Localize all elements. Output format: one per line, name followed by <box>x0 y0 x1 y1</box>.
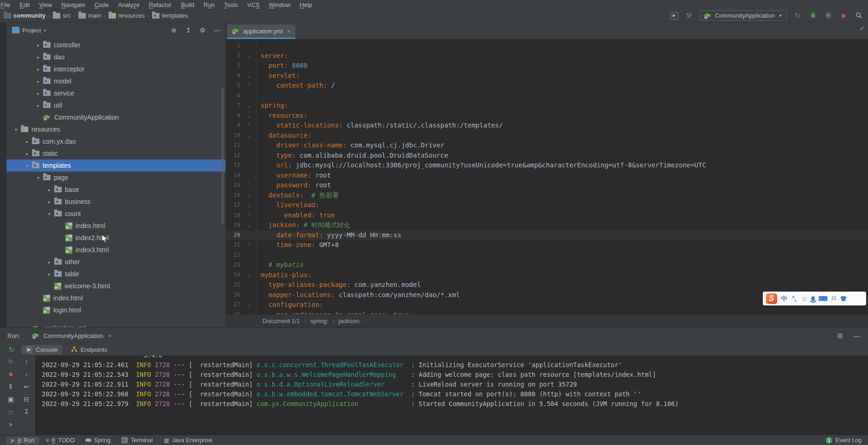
event-log-widget[interactable]: 1 Event Log <box>826 437 862 444</box>
tab-endpoints[interactable]: Endpoints <box>67 344 112 355</box>
fold-marker-icon[interactable]: ⌃ <box>242 81 256 91</box>
tree-item-index2-html[interactable]: index2.html <box>6 232 225 244</box>
tree-item-communityapplication[interactable]: CommunityApplication <box>6 111 225 123</box>
breadcrumb-item-templates[interactable]: templates <box>152 12 188 19</box>
collapse-all-icon[interactable]: ↥ <box>185 27 192 33</box>
status-item-spring[interactable]: Spring <box>81 437 115 444</box>
build-hammer-icon[interactable]: ⚒ <box>684 12 694 19</box>
rerun-icon[interactable]: ↻ <box>6 345 17 354</box>
chevron-collapsed-icon[interactable]: ▸ <box>33 103 43 108</box>
fold-marker-icon[interactable]: ⌃ <box>242 121 256 131</box>
menu-item-help[interactable]: Help <box>295 1 317 9</box>
fold-marker-icon[interactable]: ⌄ <box>242 111 256 121</box>
tree-item-controller[interactable]: ▸controller <box>6 39 225 51</box>
up-the-stack-trace-button-icon[interactable]: ↑ <box>22 358 31 365</box>
tree-item-dao[interactable]: ▸dao <box>6 51 225 63</box>
tree-item-other[interactable]: ▸other <box>6 256 225 268</box>
more-options-button-icon[interactable]: » <box>6 421 15 427</box>
project-view-select[interactable]: Project ▾ <box>12 27 46 34</box>
tree-item-index-html[interactable]: index.html <box>6 220 225 232</box>
run-content-tab[interactable]: CommunityApplication × <box>32 332 111 339</box>
doc-breadcrumb-item-document-1-1[interactable]: Document 1/1 <box>262 318 300 324</box>
chevron-collapsed-icon[interactable]: ▸ <box>33 67 43 72</box>
menu-item-window[interactable]: Window <box>264 1 295 9</box>
status-item-terminal[interactable]: >_Terminal <box>117 437 157 444</box>
chevron-collapsed-icon[interactable]: ▸ <box>22 151 32 156</box>
tab-console[interactable]: ▶Console <box>21 345 62 355</box>
skin-tshirt-icon[interactable] <box>840 296 847 301</box>
hide-panel-icon[interactable]: — <box>213 27 221 33</box>
screenshot-button-icon[interactable]: ▣ <box>6 396 15 402</box>
down-the-stack-trace-button-icon[interactable]: ↓ <box>22 371 31 377</box>
tree-scrollbar[interactable] <box>221 87 224 224</box>
fold-marker-icon[interactable]: ⌄ <box>242 101 256 111</box>
tab-application-yml[interactable]: application.yml × <box>227 25 295 39</box>
fold-marker-icon[interactable]: ⌄ <box>242 191 256 201</box>
tree-item-static[interactable]: ▸static <box>6 147 225 159</box>
chevron-collapsed-icon[interactable]: ▸ <box>33 91 43 96</box>
fold-marker-icon[interactable]: ⌄ <box>242 131 256 141</box>
chinese-mode-icon[interactable]: 中 <box>781 295 787 302</box>
chevron-expanded-icon[interactable]: ▾ <box>33 175 43 180</box>
doc-breadcrumb-item-jackson[interactable]: jackson: <box>338 318 361 324</box>
tree-item-page[interactable]: ▾page <box>6 172 225 184</box>
hide-panel-icon[interactable]: — <box>852 332 862 339</box>
tree-item-interceptor[interactable]: ▸interceptor <box>6 63 225 75</box>
rerun-button-icon[interactable]: ↻ <box>6 358 15 365</box>
tree-item-model[interactable]: ▸model <box>6 75 225 87</box>
menu-item-run[interactable]: Run <box>199 1 219 9</box>
close-icon[interactable]: × <box>108 332 112 339</box>
chevron-collapsed-icon[interactable]: ▸ <box>33 43 43 48</box>
menu-item-analyze[interactable]: Analyze <box>114 1 144 9</box>
tree-item-resources[interactable]: ▾resources <box>6 123 225 135</box>
fold-marker-icon[interactable]: ⌄ <box>242 51 256 61</box>
menu-item-build[interactable]: Build <box>176 1 199 9</box>
chevron-expanded-icon[interactable]: ▾ <box>11 127 21 132</box>
person-icon[interactable]: 21 <box>831 296 836 301</box>
microphone-icon[interactable] <box>811 296 815 301</box>
tree-item-application-yml[interactable]: application.yml <box>6 322 225 327</box>
chevron-expanded-icon[interactable]: ▾ <box>22 163 32 168</box>
tree-item-login-html[interactable]: login.html <box>6 304 225 316</box>
chevron-collapsed-icon[interactable]: ▸ <box>45 187 54 192</box>
chevron-collapsed-icon[interactable]: ▸ <box>33 79 43 84</box>
inspections-ok-icon[interactable]: ✔ <box>860 25 865 32</box>
chevron-expanded-icon[interactable]: ▾ <box>45 211 54 216</box>
menu-item-refactor[interactable]: Refactor <box>144 1 176 9</box>
status-item-4-run[interactable]: ▶4: Run <box>6 437 39 444</box>
tree-item-index3-html[interactable]: index3.html <box>6 244 225 256</box>
keyboard-icon[interactable]: ⌨ <box>818 295 828 302</box>
tree-item-welcome-3-html[interactable]: welcome-3.html <box>6 280 225 292</box>
tree-item-templates[interactable]: ▾templates <box>6 159 225 172</box>
pause-output-button-icon[interactable]: ‖ <box>6 383 15 390</box>
soft-wrap-button-icon[interactable]: ↩ <box>22 383 31 390</box>
gear-icon[interactable]: ⚙ <box>199 27 206 33</box>
run-tool-window-icon[interactable]: ▶ <box>670 12 678 19</box>
chevron-collapsed-icon[interactable]: ▸ <box>45 260 54 265</box>
tree-item-service[interactable]: ▸service <box>6 87 225 99</box>
menu-item-tools[interactable]: Tools <box>219 1 243 9</box>
locate-file-icon[interactable]: ⊕ <box>170 27 178 33</box>
chevron-collapsed-icon[interactable]: ▸ <box>33 55 43 60</box>
breadcrumb-item-main[interactable]: main <box>78 12 101 19</box>
tree-item-count[interactable]: ▾count <box>6 208 225 220</box>
status-item-java-enterprise[interactable]: ▦Java Enterprise <box>160 437 217 444</box>
gear-icon[interactable]: ⚙ <box>836 332 845 339</box>
fold-marker-icon[interactable]: ⌄ <box>242 270 256 280</box>
stop-button-icon[interactable]: ■ <box>6 371 15 377</box>
status-item-6-todo[interactable]: ≡6: TODO <box>41 437 80 444</box>
tree-item-util[interactable]: ▸util <box>6 99 225 111</box>
tree-item-index-html[interactable]: index.html <box>6 292 225 304</box>
menu-item-code[interactable]: Code <box>90 1 114 9</box>
sogou-logo-icon[interactable]: S <box>766 293 777 304</box>
run-configuration-select[interactable]: CommunityApplication ▾ <box>700 10 787 21</box>
breadcrumb-item-resources[interactable]: resources <box>108 12 145 19</box>
search-icon[interactable] <box>854 12 863 20</box>
chevron-collapsed-icon[interactable]: ▸ <box>22 139 32 144</box>
menu-item-edit[interactable]: Edit <box>15 1 34 9</box>
breadcrumb-item-src[interactable]: src <box>53 12 70 19</box>
tree-item-business[interactable]: ▸business <box>6 196 225 208</box>
fold-marker-icon[interactable]: ⌄ <box>242 200 256 210</box>
scroll-to-end-button-icon[interactable]: ↧ <box>22 408 31 415</box>
menu-item-navigate[interactable]: Navigate <box>57 1 89 9</box>
